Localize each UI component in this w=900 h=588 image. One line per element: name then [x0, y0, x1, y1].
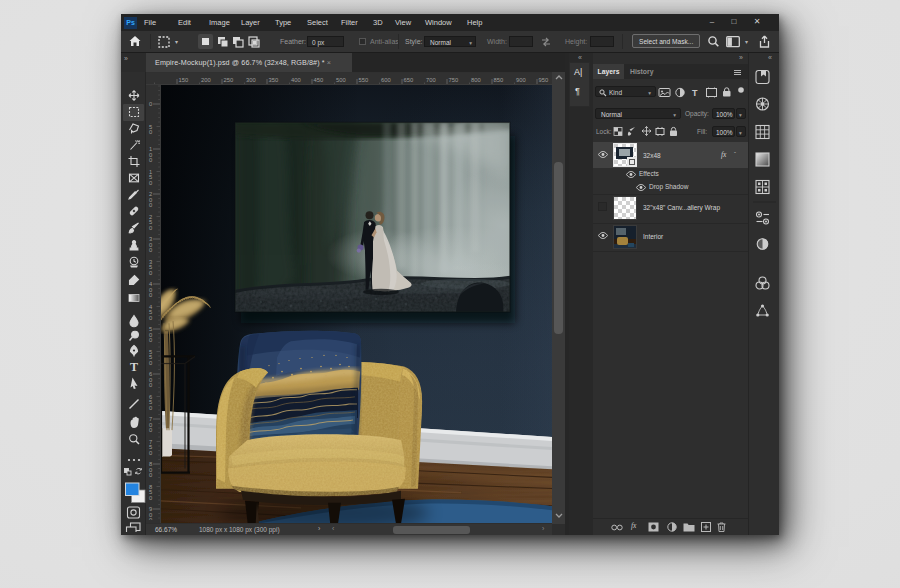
svg-text:T: T	[130, 360, 138, 374]
svg-text:200: 200	[201, 77, 211, 83]
svg-text:300: 300	[246, 77, 256, 83]
svg-text:500: 500	[336, 77, 346, 83]
svg-text:0: 0	[149, 270, 152, 276]
svg-text:0: 0	[149, 495, 152, 501]
svg-text:750: 750	[449, 77, 459, 83]
svg-text:0: 0	[149, 472, 152, 478]
svg-text:0: 0	[149, 517, 152, 520]
svg-text:0: 0	[149, 292, 152, 298]
svg-text:T: T	[692, 88, 698, 98]
svg-text:800: 800	[471, 77, 481, 83]
svg-text:150: 150	[179, 77, 189, 83]
svg-text:0: 0	[149, 202, 152, 208]
svg-text:950: 950	[539, 77, 549, 83]
svg-text:650: 650	[404, 77, 414, 83]
svg-text:600: 600	[381, 77, 391, 83]
svg-text:900: 900	[516, 77, 526, 83]
svg-text:0: 0	[149, 360, 152, 366]
svg-text:0: 0	[149, 405, 152, 411]
svg-text:0: 0	[149, 180, 152, 186]
svg-text:250: 250	[224, 77, 234, 83]
svg-text:0: 0	[149, 101, 152, 107]
svg-text:0: 0	[149, 450, 152, 456]
svg-text:400: 400	[291, 77, 301, 83]
svg-text:0: 0	[149, 157, 152, 163]
svg-text:700: 700	[426, 77, 436, 83]
svg-text:0: 0	[149, 427, 152, 433]
svg-text:0: 0	[149, 315, 152, 321]
svg-text:850: 850	[494, 77, 504, 83]
svg-text:550: 550	[359, 77, 369, 83]
svg-text:0: 0	[149, 225, 152, 231]
svg-text:0: 0	[149, 382, 152, 388]
svg-text:450: 450	[314, 77, 324, 83]
svg-text:0: 0	[149, 337, 152, 343]
svg-text:350: 350	[269, 77, 279, 83]
svg-text:0: 0	[149, 129, 152, 135]
svg-text:0: 0	[149, 247, 152, 253]
